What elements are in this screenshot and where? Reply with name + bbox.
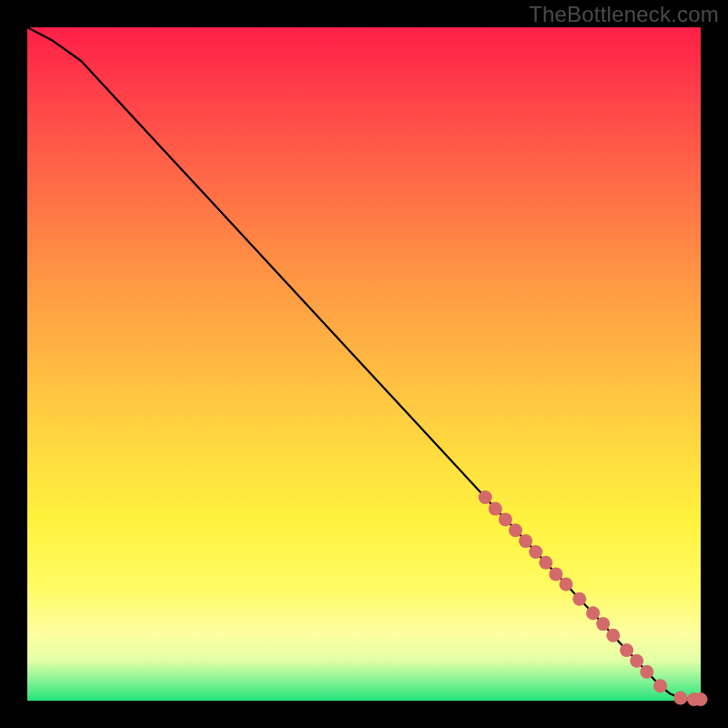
data-marker xyxy=(509,523,522,537)
curve-layer xyxy=(27,27,701,701)
data-marker xyxy=(479,490,492,504)
data-marker xyxy=(539,556,552,570)
data-marker xyxy=(620,643,633,657)
data-marker xyxy=(606,629,620,642)
data-marker xyxy=(549,567,562,581)
data-marker xyxy=(640,665,653,679)
data-marker xyxy=(694,693,708,706)
data-marker xyxy=(560,578,573,592)
data-marker xyxy=(572,592,586,606)
data-marker xyxy=(630,654,643,668)
data-marker xyxy=(596,617,610,631)
data-marker xyxy=(489,502,502,516)
data-marker xyxy=(499,512,512,526)
plot-area xyxy=(27,27,701,701)
data-marker xyxy=(653,679,667,693)
marker-group xyxy=(479,490,708,706)
watermark-text: TheBottleneck.com xyxy=(529,2,719,27)
data-marker xyxy=(586,606,600,620)
chart-frame: TheBottleneck.com xyxy=(0,0,728,728)
bottleneck-curve xyxy=(27,27,701,700)
data-marker xyxy=(529,545,542,559)
data-marker xyxy=(673,692,687,705)
data-marker xyxy=(519,534,532,548)
